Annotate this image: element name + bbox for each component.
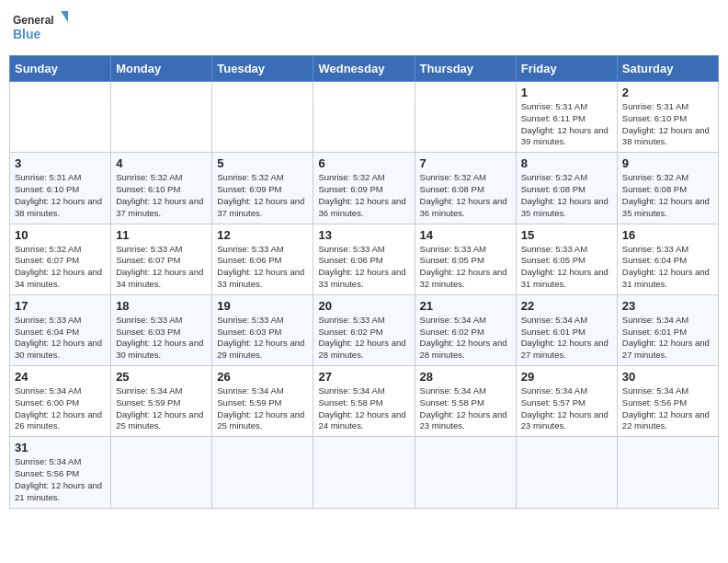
calendar-cell xyxy=(415,82,516,153)
calendar-cell: 3Sunrise: 5:31 AM Sunset: 6:10 PM Daylig… xyxy=(10,153,111,224)
day-number: 27 xyxy=(318,370,409,384)
calendar-cell: 22Sunrise: 5:34 AM Sunset: 6:01 PM Dayli… xyxy=(516,294,617,365)
day-number: 8 xyxy=(521,156,612,170)
calendar-cell: 8Sunrise: 5:32 AM Sunset: 6:08 PM Daylig… xyxy=(516,153,617,224)
calendar-cell: 30Sunrise: 5:34 AM Sunset: 5:56 PM Dayli… xyxy=(617,366,718,437)
calendar-week-4: 17Sunrise: 5:33 AM Sunset: 6:04 PM Dayli… xyxy=(10,294,719,365)
day-number: 19 xyxy=(217,299,308,313)
calendar-cell: 5Sunrise: 5:32 AM Sunset: 6:09 PM Daylig… xyxy=(212,153,313,224)
day-info: Sunrise: 5:31 AM Sunset: 6:10 PM Dayligh… xyxy=(15,172,106,219)
day-number: 21 xyxy=(420,299,511,313)
calendar-cell: 20Sunrise: 5:33 AM Sunset: 6:02 PM Dayli… xyxy=(313,294,415,365)
calendar-cell: 24Sunrise: 5:34 AM Sunset: 6:00 PM Dayli… xyxy=(10,366,111,437)
day-number: 22 xyxy=(521,299,612,313)
day-number: 5 xyxy=(217,156,308,170)
logo: General Blue xyxy=(13,9,68,48)
calendar-cell: 31Sunrise: 5:34 AM Sunset: 5:56 PM Dayli… xyxy=(10,437,111,508)
calendar-table: SundayMondayTuesdayWednesdayThursdayFrid… xyxy=(9,55,719,509)
calendar-cell: 13Sunrise: 5:33 AM Sunset: 6:06 PM Dayli… xyxy=(313,224,415,294)
day-info: Sunrise: 5:33 AM Sunset: 6:05 PM Dayligh… xyxy=(521,244,612,291)
calendar-cell xyxy=(10,82,111,153)
calendar-cell: 11Sunrise: 5:33 AM Sunset: 6:07 PM Dayli… xyxy=(111,224,212,294)
day-info: Sunrise: 5:33 AM Sunset: 6:04 PM Dayligh… xyxy=(622,244,713,291)
calendar-cell: 23Sunrise: 5:34 AM Sunset: 6:01 PM Dayli… xyxy=(617,294,718,365)
day-info: Sunrise: 5:34 AM Sunset: 5:58 PM Dayligh… xyxy=(420,385,511,432)
day-number: 28 xyxy=(420,370,511,384)
calendar-cell: 26Sunrise: 5:34 AM Sunset: 5:59 PM Dayli… xyxy=(212,366,313,437)
calendar-cell: 15Sunrise: 5:33 AM Sunset: 6:05 PM Dayli… xyxy=(516,224,617,294)
day-number: 1 xyxy=(521,86,612,99)
day-info: Sunrise: 5:34 AM Sunset: 6:02 PM Dayligh… xyxy=(420,315,511,362)
day-info: Sunrise: 5:33 AM Sunset: 6:05 PM Dayligh… xyxy=(420,244,511,291)
calendar-cell: 12Sunrise: 5:33 AM Sunset: 6:06 PM Dayli… xyxy=(212,224,313,294)
day-info: Sunrise: 5:33 AM Sunset: 6:06 PM Dayligh… xyxy=(217,244,308,291)
day-info: Sunrise: 5:33 AM Sunset: 6:07 PM Dayligh… xyxy=(116,244,207,291)
day-number: 17 xyxy=(15,299,106,313)
day-number: 4 xyxy=(116,156,207,170)
day-number: 24 xyxy=(15,370,106,384)
calendar-cell xyxy=(212,437,313,508)
calendar-cell xyxy=(415,437,516,508)
day-number: 2 xyxy=(622,86,713,99)
day-info: Sunrise: 5:32 AM Sunset: 6:07 PM Dayligh… xyxy=(15,244,106,291)
calendar-week-1: 1Sunrise: 5:31 AM Sunset: 6:11 PM Daylig… xyxy=(10,82,719,153)
calendar-cell: 29Sunrise: 5:34 AM Sunset: 5:57 PM Dayli… xyxy=(516,366,617,437)
calendar-cell: 14Sunrise: 5:33 AM Sunset: 6:05 PM Dayli… xyxy=(415,224,516,294)
day-number: 6 xyxy=(318,156,409,170)
day-number: 30 xyxy=(622,370,713,384)
day-info: Sunrise: 5:32 AM Sunset: 6:09 PM Dayligh… xyxy=(217,172,308,219)
calendar-cell: 7Sunrise: 5:32 AM Sunset: 6:08 PM Daylig… xyxy=(415,153,516,224)
day-info: Sunrise: 5:32 AM Sunset: 6:10 PM Dayligh… xyxy=(116,172,207,219)
day-number: 18 xyxy=(116,299,207,313)
calendar-cell: 2Sunrise: 5:31 AM Sunset: 6:10 PM Daylig… xyxy=(617,82,718,153)
day-info: Sunrise: 5:34 AM Sunset: 5:59 PM Dayligh… xyxy=(217,385,308,432)
svg-text:General: General xyxy=(13,14,54,27)
day-number: 12 xyxy=(217,228,308,242)
day-number: 29 xyxy=(521,370,612,384)
day-info: Sunrise: 5:31 AM Sunset: 6:11 PM Dayligh… xyxy=(521,101,612,148)
day-number: 3 xyxy=(15,156,106,170)
day-info: Sunrise: 5:34 AM Sunset: 5:58 PM Dayligh… xyxy=(318,385,409,432)
weekday-header-tuesday: Tuesday xyxy=(212,56,313,82)
day-info: Sunrise: 5:34 AM Sunset: 5:56 PM Dayligh… xyxy=(15,456,106,503)
day-info: Sunrise: 5:32 AM Sunset: 6:08 PM Dayligh… xyxy=(420,172,511,219)
calendar-cell: 10Sunrise: 5:32 AM Sunset: 6:07 PM Dayli… xyxy=(10,224,111,294)
weekday-header-wednesday: Wednesday xyxy=(313,56,415,82)
day-number: 10 xyxy=(15,228,106,242)
calendar-week-5: 24Sunrise: 5:34 AM Sunset: 6:00 PM Dayli… xyxy=(10,366,719,437)
calendar-week-2: 3Sunrise: 5:31 AM Sunset: 6:10 PM Daylig… xyxy=(10,153,719,224)
calendar-cell: 1Sunrise: 5:31 AM Sunset: 6:11 PM Daylig… xyxy=(516,82,617,153)
calendar-cell xyxy=(617,437,718,508)
day-info: Sunrise: 5:32 AM Sunset: 6:08 PM Dayligh… xyxy=(622,172,713,219)
day-info: Sunrise: 5:33 AM Sunset: 6:03 PM Dayligh… xyxy=(217,315,308,362)
day-number: 26 xyxy=(217,370,308,384)
calendar-cell: 4Sunrise: 5:32 AM Sunset: 6:10 PM Daylig… xyxy=(111,153,212,224)
calendar-cell: 27Sunrise: 5:34 AM Sunset: 5:58 PM Dayli… xyxy=(313,366,415,437)
logo-svg: General Blue xyxy=(13,9,68,48)
day-info: Sunrise: 5:33 AM Sunset: 6:02 PM Dayligh… xyxy=(318,315,409,362)
calendar-cell xyxy=(313,437,415,508)
calendar-cell: 9Sunrise: 5:32 AM Sunset: 6:08 PM Daylig… xyxy=(617,153,718,224)
day-info: Sunrise: 5:32 AM Sunset: 6:08 PM Dayligh… xyxy=(521,172,612,219)
weekday-header-thursday: Thursday xyxy=(415,56,516,82)
calendar-cell: 6Sunrise: 5:32 AM Sunset: 6:09 PM Daylig… xyxy=(313,153,415,224)
calendar-cell: 17Sunrise: 5:33 AM Sunset: 6:04 PM Dayli… xyxy=(10,294,111,365)
calendar-cell: 25Sunrise: 5:34 AM Sunset: 5:59 PM Dayli… xyxy=(111,366,212,437)
day-info: Sunrise: 5:34 AM Sunset: 5:59 PM Dayligh… xyxy=(116,385,207,432)
calendar-cell xyxy=(111,82,212,153)
calendar-cell: 28Sunrise: 5:34 AM Sunset: 5:58 PM Dayli… xyxy=(415,366,516,437)
day-info: Sunrise: 5:34 AM Sunset: 6:01 PM Dayligh… xyxy=(521,315,612,362)
calendar-header: SundayMondayTuesdayWednesdayThursdayFrid… xyxy=(10,56,719,82)
day-number: 25 xyxy=(116,370,207,384)
calendar-cell xyxy=(212,82,313,153)
weekday-header-monday: Monday xyxy=(111,56,212,82)
calendar-cell xyxy=(111,437,212,508)
calendar-week-3: 10Sunrise: 5:32 AM Sunset: 6:07 PM Dayli… xyxy=(10,224,719,294)
header: General Blue xyxy=(9,9,719,48)
day-info: Sunrise: 5:34 AM Sunset: 5:56 PM Dayligh… xyxy=(622,385,713,432)
calendar-week-6: 31Sunrise: 5:34 AM Sunset: 5:56 PM Dayli… xyxy=(10,437,719,508)
day-info: Sunrise: 5:31 AM Sunset: 6:10 PM Dayligh… xyxy=(622,101,713,148)
weekday-header-sunday: Sunday xyxy=(10,56,111,82)
calendar-cell: 18Sunrise: 5:33 AM Sunset: 6:03 PM Dayli… xyxy=(111,294,212,365)
calendar-body: 1Sunrise: 5:31 AM Sunset: 6:11 PM Daylig… xyxy=(10,82,719,509)
